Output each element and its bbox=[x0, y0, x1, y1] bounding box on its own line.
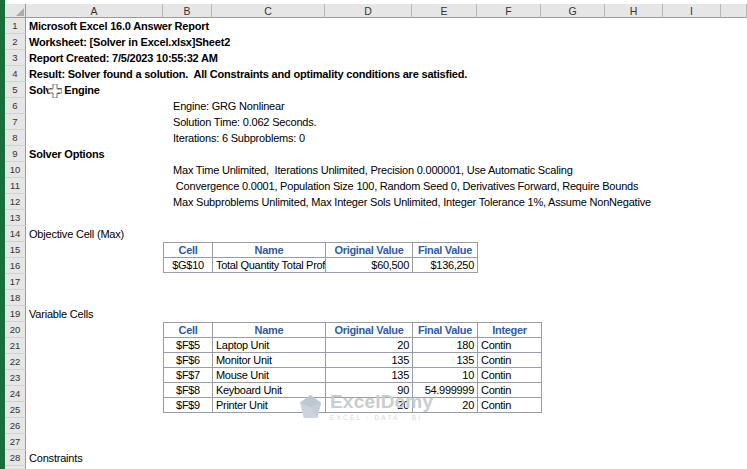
table-cell[interactable]: Contin bbox=[478, 383, 542, 398]
table-header-cell[interactable]: Final Value bbox=[413, 243, 478, 258]
table-cell[interactable]: $F$8 bbox=[164, 383, 213, 398]
table-cell[interactable]: $F$9 bbox=[164, 398, 213, 413]
column-header-h[interactable]: H bbox=[605, 4, 663, 18]
cell-text-row-3[interactable]: Report Created: 7/5/2023 10:55:32 AM bbox=[29, 50, 218, 66]
row-headers: 1234567891011121314151617181920212223242… bbox=[5, 18, 26, 469]
row-header-1[interactable]: 1 bbox=[5, 18, 26, 34]
table-cell[interactable]: Contin bbox=[478, 368, 542, 383]
row-header-5[interactable]: 5 bbox=[5, 82, 26, 98]
column-header-d[interactable]: D bbox=[325, 4, 412, 18]
table-cell[interactable]: 135 bbox=[413, 353, 478, 368]
table-header-cell[interactable]: Integer bbox=[478, 323, 542, 338]
objective-cell-table: CellNameOriginal ValueFinal Value$G$10To… bbox=[163, 242, 478, 273]
row-header-19[interactable]: 19 bbox=[5, 306, 26, 322]
column-header-e[interactable]: E bbox=[412, 4, 477, 18]
cell-text-row-1[interactable]: Microsoft Excel 16.0 Answer Report bbox=[29, 18, 209, 34]
table-cell[interactable]: Monitor Unit bbox=[213, 353, 326, 368]
table-cell[interactable]: $60,500 bbox=[326, 258, 413, 273]
table-cell[interactable]: $136,250 bbox=[413, 258, 478, 273]
row-header-14[interactable]: 14 bbox=[5, 226, 26, 242]
exceldemy-logo-icon bbox=[298, 393, 323, 420]
table-cell[interactable]: 180 bbox=[413, 338, 478, 353]
table-cell[interactable]: 135 bbox=[326, 368, 413, 383]
watermark-text-block: ExcelDemy EXCEL · DATA · BI bbox=[330, 391, 433, 421]
cell-text-row-10[interactable]: Max Time Unlimited, Iterations Unlimited… bbox=[173, 162, 573, 178]
table-cell[interactable]: 20 bbox=[326, 338, 413, 353]
table-header-cell[interactable]: Cell bbox=[164, 243, 213, 258]
cell-text-row-7[interactable]: Solution Time: 0.062 Seconds. bbox=[173, 114, 316, 130]
select-all-corner[interactable] bbox=[5, 4, 26, 18]
table-cell[interactable]: 10 bbox=[413, 368, 478, 383]
row-header-18[interactable]: 18 bbox=[5, 290, 26, 306]
cell-text-row-9[interactable]: Solver Options bbox=[29, 146, 104, 162]
column-header-a[interactable]: A bbox=[26, 4, 163, 18]
cell-text-row-12[interactable]: Max Subproblems Unlimited, Max Integer S… bbox=[173, 194, 651, 210]
table-cell[interactable]: Laptop Unit bbox=[213, 338, 326, 353]
row-header-17[interactable]: 17 bbox=[5, 274, 26, 290]
row-header-26[interactable]: 26 bbox=[5, 418, 26, 434]
cell-text-row-28[interactable]: Constraints bbox=[29, 450, 82, 466]
row-header-27[interactable]: 27 bbox=[5, 434, 26, 450]
row-header-22[interactable]: 22 bbox=[5, 354, 26, 370]
variable-cells-row: $F$5Laptop Unit20180Contin bbox=[164, 338, 542, 353]
cell-text-row-5[interactable]: Solver Engine bbox=[29, 82, 100, 98]
row-header-21[interactable]: 21 bbox=[5, 338, 26, 354]
table-header-cell[interactable]: Original Value bbox=[326, 243, 413, 258]
row-header-13[interactable]: 13 bbox=[5, 210, 26, 226]
select-all-triangle-icon bbox=[16, 8, 24, 16]
row-header-15[interactable]: 15 bbox=[5, 242, 26, 258]
row-header-2[interactable]: 2 bbox=[5, 34, 26, 50]
row-header-9[interactable]: 9 bbox=[5, 146, 26, 162]
table-header-cell[interactable]: Final Value bbox=[413, 323, 478, 338]
row-header-24[interactable]: 24 bbox=[5, 386, 26, 402]
objective-cell-header-row: CellNameOriginal ValueFinal Value bbox=[164, 243, 478, 258]
row-header-16[interactable]: 16 bbox=[5, 258, 26, 274]
row-header-8[interactable]: 8 bbox=[5, 130, 26, 146]
table-cell[interactable]: Mouse Unit bbox=[213, 368, 326, 383]
cell-text-row-4[interactable]: Result: Solver found a solution. All Con… bbox=[29, 66, 467, 82]
table-header-cell[interactable]: Name bbox=[213, 243, 326, 258]
table-cell[interactable]: Contin bbox=[478, 338, 542, 353]
row-header-23[interactable]: 23 bbox=[5, 370, 26, 386]
column-header-f[interactable]: F bbox=[477, 4, 541, 18]
table-cell[interactable]: Contin bbox=[478, 353, 542, 368]
table-cell[interactable]: $F$7 bbox=[164, 368, 213, 383]
table-header-cell[interactable]: Name bbox=[213, 323, 326, 338]
objective-cell-row: $G$10Total Quantity Total Prof$60,500$13… bbox=[164, 258, 478, 273]
watermark-wordmark: ExcelDemy bbox=[330, 391, 433, 413]
table-cell[interactable]: Total Quantity Total Prof bbox=[213, 258, 326, 273]
table-cell[interactable]: $F$5 bbox=[164, 338, 213, 353]
column-header-c[interactable]: C bbox=[212, 4, 325, 18]
column-header-i[interactable]: I bbox=[663, 4, 721, 18]
table-cell[interactable]: Contin bbox=[478, 398, 542, 413]
excel-cell-cursor-icon bbox=[48, 84, 62, 98]
variable-cells-row: $F$7Mouse Unit13510Contin bbox=[164, 368, 542, 383]
column-header-g[interactable]: G bbox=[541, 4, 605, 18]
row-header-12[interactable]: 12 bbox=[5, 194, 26, 210]
cell-text-row-8[interactable]: Iterations: 6 Subproblems: 0 bbox=[173, 130, 305, 146]
column-header-partial[interactable] bbox=[721, 4, 747, 18]
cell-text-row-2[interactable]: Worksheet: [Solver in Excel.xlsx]Sheet2 bbox=[29, 34, 230, 50]
row-header-6[interactable]: 6 bbox=[5, 98, 26, 114]
row-header-4[interactable]: 4 bbox=[5, 66, 26, 82]
exceldemy-watermark: ExcelDemy EXCEL · DATA · BI bbox=[298, 391, 433, 421]
cell-text-row-6[interactable]: Engine: GRG Nonlinear bbox=[173, 98, 284, 114]
table-header-cell[interactable]: Cell bbox=[164, 323, 213, 338]
row-header-25[interactable]: 25 bbox=[5, 402, 26, 418]
row-header-28[interactable]: 28 bbox=[5, 450, 26, 466]
cell-text-row-19[interactable]: Variable Cells bbox=[29, 306, 93, 322]
table-cell[interactable]: $F$6 bbox=[164, 353, 213, 368]
table-header-cell[interactable]: Original Value bbox=[326, 323, 413, 338]
table-cell[interactable]: 135 bbox=[326, 353, 413, 368]
table-cell[interactable]: $G$10 bbox=[164, 258, 213, 273]
row-header-10[interactable]: 10 bbox=[5, 162, 26, 178]
row-header-7[interactable]: 7 bbox=[5, 114, 26, 130]
variable-cells-header-row: CellNameOriginal ValueFinal ValueInteger bbox=[164, 323, 542, 338]
cell-text-row-11[interactable]: Convergence 0.0001, Population Size 100,… bbox=[173, 178, 638, 194]
cell-text-row-14[interactable]: Objective Cell (Max) bbox=[29, 226, 124, 242]
column-headers: ABCDEFGHI bbox=[26, 4, 747, 18]
row-header-11[interactable]: 11 bbox=[5, 178, 26, 194]
row-header-3[interactable]: 3 bbox=[5, 50, 26, 66]
row-header-20[interactable]: 20 bbox=[5, 322, 26, 338]
column-header-b[interactable]: B bbox=[163, 4, 212, 18]
